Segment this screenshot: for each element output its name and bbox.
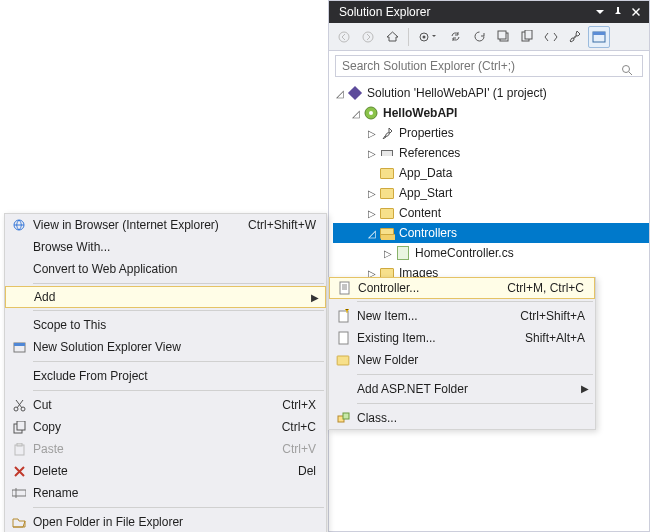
- svg-rect-27: [343, 413, 349, 419]
- tree-properties[interactable]: ▷Properties: [333, 123, 649, 143]
- mi-label: Convert to Web Application: [33, 262, 316, 276]
- tree-content[interactable]: ▷Content: [333, 203, 649, 223]
- expand-icon[interactable]: ◿: [349, 108, 363, 119]
- forward-icon[interactable]: [357, 26, 379, 48]
- sync-icon[interactable]: [444, 26, 466, 48]
- menu-separator: [357, 301, 593, 302]
- expand-icon[interactable]: ▷: [365, 128, 379, 139]
- toolbar-separator: [408, 28, 409, 46]
- show-all-files-icon[interactable]: [516, 26, 538, 48]
- svg-point-1: [363, 32, 373, 42]
- mi-new-folder[interactable]: New Folder: [329, 349, 595, 371]
- panel-title: Solution Explorer: [339, 5, 591, 19]
- add-submenu: Controller...Ctrl+M, Ctrl+C New Item...C…: [328, 277, 596, 430]
- folder-icon: [379, 165, 395, 181]
- close-icon[interactable]: [627, 3, 645, 21]
- mi-cut[interactable]: CutCtrl+X: [5, 394, 326, 416]
- mi-existing-item[interactable]: Existing Item...Shift+Alt+A: [329, 327, 595, 349]
- svg-rect-9: [593, 32, 605, 35]
- node-label: Properties: [399, 126, 454, 140]
- node-label: App_Start: [399, 186, 452, 200]
- references-icon: [379, 145, 395, 161]
- mi-shortcut: Ctrl+X: [270, 398, 316, 412]
- dropdown-icon[interactable]: [591, 3, 609, 21]
- cut-icon: [5, 399, 33, 412]
- menu-separator: [33, 283, 324, 284]
- solution-explorer-panel: Solution Explorer ◿ Solution 'HelloWebAP…: [328, 0, 650, 532]
- node-label: Controllers: [399, 226, 457, 240]
- tree-controllers[interactable]: ◿Controllers: [333, 223, 649, 243]
- rename-icon: [5, 488, 33, 498]
- mi-shortcut: Del: [286, 464, 316, 478]
- mi-label: Scope to This: [33, 318, 316, 332]
- solution-icon: [347, 85, 363, 101]
- mi-scope[interactable]: Scope to This: [5, 314, 326, 336]
- mi-shortcut: Ctrl+Shift+W: [236, 218, 316, 232]
- svg-rect-15: [14, 343, 25, 346]
- collapse-all-icon[interactable]: [492, 26, 514, 48]
- delete-icon: [5, 466, 33, 477]
- mi-convert-wap[interactable]: Convert to Web Application: [5, 258, 326, 280]
- tree-appstart[interactable]: ▷App_Start: [333, 183, 649, 203]
- back-icon[interactable]: [333, 26, 355, 48]
- code-icon[interactable]: [540, 26, 562, 48]
- class-icon: [329, 412, 357, 425]
- mi-label: Add: [34, 290, 315, 304]
- new-view-icon: [5, 341, 33, 354]
- mi-shortcut: Shift+Alt+A: [513, 331, 585, 345]
- expand-icon[interactable]: ▷: [365, 148, 379, 159]
- mi-exclude[interactable]: Exclude From Project: [5, 365, 326, 387]
- mi-add-aspnet-folder[interactable]: Add ASP.NET Folder▶: [329, 378, 595, 400]
- mi-browse-with[interactable]: Browse With...: [5, 236, 326, 258]
- mi-label: New Solution Explorer View: [33, 340, 316, 354]
- mi-add[interactable]: Add▶: [5, 286, 326, 308]
- expand-icon[interactable]: ◿: [333, 88, 347, 99]
- copy-icon: [5, 421, 33, 434]
- tree-appdata[interactable]: ▷App_Data: [333, 163, 649, 183]
- home-icon[interactable]: [381, 26, 403, 48]
- mi-label: Class...: [357, 411, 585, 425]
- mi-label: Add ASP.NET Folder: [357, 382, 585, 396]
- menu-separator: [33, 507, 324, 508]
- mi-new-se-view[interactable]: New Solution Explorer View: [5, 336, 326, 358]
- mi-copy[interactable]: CopyCtrl+C: [5, 416, 326, 438]
- mi-class[interactable]: Class...: [329, 407, 595, 429]
- refresh-icon[interactable]: [468, 26, 490, 48]
- expand-icon[interactable]: ▷: [381, 248, 395, 259]
- search-input[interactable]: [335, 55, 643, 77]
- mi-open-folder[interactable]: Open Folder in File Explorer: [5, 511, 326, 532]
- submenu-arrow-icon: ▶: [581, 383, 589, 394]
- menu-separator: [357, 403, 593, 404]
- mi-delete[interactable]: DeleteDel: [5, 460, 326, 482]
- mi-controller[interactable]: Controller...Ctrl+M, Ctrl+C: [329, 277, 595, 299]
- pin-icon[interactable]: [609, 3, 627, 21]
- properties-icon[interactable]: [564, 26, 586, 48]
- expand-icon[interactable]: ▷: [365, 188, 379, 199]
- folder-icon: [379, 205, 395, 221]
- mi-shortcut: Ctrl+Shift+A: [508, 309, 585, 323]
- preview-selected-icon[interactable]: [588, 26, 610, 48]
- browser-icon: [5, 218, 33, 232]
- scope-dropdown-icon[interactable]: [414, 26, 442, 48]
- project-icon: [363, 105, 379, 121]
- node-label: HomeController.cs: [415, 246, 514, 260]
- search-icon[interactable]: [621, 64, 633, 79]
- mi-label: Controller...: [358, 281, 495, 295]
- mi-shortcut: Ctrl+V: [270, 442, 316, 456]
- menu-separator: [33, 310, 324, 311]
- mi-view-in-browser[interactable]: View in Browser (Internet Explorer)Ctrl+…: [5, 214, 326, 236]
- mi-new-item[interactable]: New Item...Ctrl+Shift+A: [329, 305, 595, 327]
- project-node[interactable]: ◿ HelloWebAPI: [333, 103, 649, 123]
- mi-shortcut: Ctrl+M, Ctrl+C: [495, 281, 584, 295]
- svg-rect-25: [339, 332, 348, 344]
- panel-titlebar: Solution Explorer: [329, 1, 649, 23]
- expand-icon[interactable]: ◿: [365, 228, 379, 239]
- new-folder-icon: [329, 355, 357, 366]
- mi-rename[interactable]: Rename: [5, 482, 326, 504]
- svg-point-0: [339, 32, 349, 42]
- expand-icon[interactable]: ▷: [365, 208, 379, 219]
- tree-homecontroller[interactable]: ▷HomeController.cs: [333, 243, 649, 263]
- existing-item-icon: [329, 331, 357, 345]
- solution-node[interactable]: ◿ Solution 'HelloWebAPI' (1 project): [333, 83, 649, 103]
- tree-references[interactable]: ▷References: [333, 143, 649, 163]
